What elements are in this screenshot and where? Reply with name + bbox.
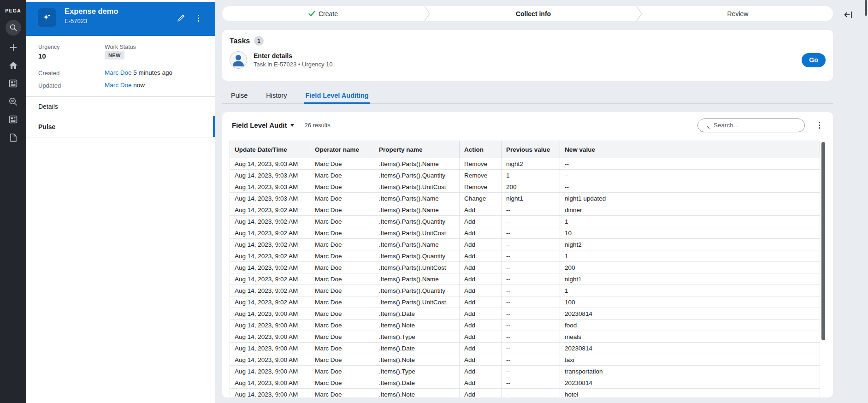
column-header[interactable]: Update Date/Time	[230, 141, 310, 158]
tab-pulse-label: Pulse	[231, 92, 248, 99]
cell-action: Add	[460, 377, 502, 389]
table-row: Aug 14, 2023, 9:02 AM Marc Doe .Items().…	[230, 227, 820, 239]
tab-history-label: History	[266, 92, 287, 99]
cell-property-name: .Items().Parts().Name	[374, 158, 460, 170]
go-button[interactable]: Go	[802, 53, 826, 67]
cell-new-value: night2	[560, 239, 820, 250]
cell-action: Add	[460, 227, 502, 239]
home-icon[interactable]	[5, 59, 22, 71]
table-row: Aug 14, 2023, 9:02 AM Marc Doe .Items().…	[230, 250, 820, 262]
search-input[interactable]	[697, 119, 805, 132]
cell-update-datetime: Aug 14, 2023, 9:02 AM	[230, 216, 310, 227]
cell-new-value: 20230814	[560, 308, 820, 320]
cell-action: Add	[460, 389, 502, 398]
cell-previous-value: 200	[502, 181, 560, 193]
column-header[interactable]: New value	[560, 141, 820, 158]
pulse-nav-label: Pulse	[38, 123, 55, 130]
table-row: Aug 14, 2023, 9:00 AM Marc Doe .Items().…	[230, 320, 820, 331]
step-review-label: Review	[727, 10, 749, 18]
cell-property-name: .Items().Note	[374, 389, 460, 398]
cell-operator-name: Marc Doe	[310, 204, 374, 216]
table-more-actions-button[interactable]	[817, 120, 822, 130]
task-name[interactable]: Enter details	[254, 52, 332, 59]
main-content: Create Collect info Review Tasks 1	[222, 0, 833, 403]
created-user-link[interactable]: Marc Doe	[105, 69, 132, 76]
cell-previous-value: --	[502, 216, 560, 227]
tab-field-level-auditing-label: Field Level Auditing	[305, 92, 368, 99]
case-more-actions-button[interactable]	[192, 12, 204, 24]
column-header[interactable]: Action	[460, 141, 502, 158]
cell-property-name: .Items().Parts().Name	[374, 193, 460, 204]
tasks-count-badge: 1	[254, 36, 264, 46]
check-icon	[308, 11, 315, 17]
table-row: Aug 14, 2023, 9:00 AM Marc Doe .Items().…	[230, 331, 820, 343]
cell-previous-value: --	[502, 366, 560, 377]
details-nav-label: Details	[38, 103, 58, 110]
cell-new-value: 20230814	[560, 343, 820, 354]
cell-operator-name: Marc Doe	[310, 366, 374, 377]
reports-icon[interactable]	[5, 113, 22, 125]
document-icon[interactable]	[5, 131, 22, 143]
case-nav-pulse[interactable]: Pulse	[26, 116, 215, 137]
tab-field-level-auditing[interactable]: Field Level Auditing	[304, 89, 369, 104]
cell-new-value: 1	[560, 285, 820, 296]
cell-previous-value: --	[502, 262, 560, 273]
pega-case-screen: PEGA	[0, 0, 868, 403]
cell-previous-value: --	[502, 343, 560, 354]
cell-operator-name: Marc Doe	[310, 389, 374, 398]
cell-action: Add	[460, 331, 502, 343]
cell-update-datetime: Aug 14, 2023, 9:02 AM	[230, 262, 310, 273]
audit-header: Field Level Audit 26 results	[222, 112, 833, 132]
case-tabs: Pulse History Field Level Auditing	[222, 89, 833, 104]
updated-label: Updated	[38, 82, 61, 89]
created-label: Created	[38, 70, 59, 77]
cell-action: Change	[460, 193, 502, 204]
edit-case-button[interactable]	[175, 12, 187, 24]
expand-utilities-icon[interactable]	[843, 9, 854, 20]
table-row: Aug 14, 2023, 9:03 AM Marc Doe .Items().…	[230, 170, 820, 181]
sparkle-icon	[38, 8, 56, 27]
table-row: Aug 14, 2023, 9:02 AM Marc Doe .Items().…	[230, 262, 820, 273]
cell-update-datetime: Aug 14, 2023, 9:03 AM	[230, 193, 310, 204]
audit-view-dropdown[interactable]: Field Level Audit	[232, 121, 294, 129]
cell-new-value: --	[560, 170, 820, 181]
cell-new-value: 10	[560, 227, 820, 239]
cell-update-datetime: Aug 14, 2023, 9:02 AM	[230, 239, 310, 250]
cell-update-datetime: Aug 14, 2023, 9:02 AM	[230, 250, 310, 262]
search-icon[interactable]	[6, 20, 21, 36]
urgency-label: Urgency	[38, 44, 60, 50]
cell-property-name: .Items().Note	[374, 354, 460, 366]
cell-action: Add	[460, 204, 502, 216]
results-count: 26 results	[304, 122, 330, 129]
updated-user-link[interactable]: Marc Doe	[105, 82, 132, 89]
pega-logo: PEGA	[0, 0, 26, 13]
plus-icon[interactable]	[5, 41, 22, 53]
table-scrollbar-thumb[interactable]	[821, 142, 825, 340]
window-scrollbar-thumb[interactable]	[865, 0, 867, 16]
table-row: Aug 14, 2023, 9:00 AM Marc Doe .Items().…	[230, 354, 820, 366]
cell-property-name: .Items().Parts().UnitCost	[374, 262, 460, 273]
case-nav-details[interactable]: Details	[26, 97, 215, 116]
column-header[interactable]: Property name	[374, 141, 460, 158]
insights-icon[interactable]	[5, 95, 22, 107]
column-header[interactable]: Previous value	[502, 141, 560, 158]
cell-new-value: hotel	[560, 389, 820, 398]
cell-operator-name: Marc Doe	[310, 354, 374, 366]
case-title: Expense demo	[65, 7, 118, 16]
column-header[interactable]: Operator name	[310, 141, 374, 158]
tab-pulse[interactable]: Pulse	[230, 89, 248, 104]
table-row: Aug 14, 2023, 9:02 AM Marc Doe .Items().…	[230, 285, 820, 296]
cell-update-datetime: Aug 14, 2023, 9:02 AM	[230, 273, 310, 285]
case-summary-panel: Expense demo E-57023 Urgency 10 Work Sta…	[26, 0, 215, 403]
urgency-value: 10	[38, 52, 46, 60]
cell-new-value: 1	[560, 250, 820, 262]
table-row: Aug 14, 2023, 9:00 AM Marc Doe .Items().…	[230, 308, 820, 320]
cell-operator-name: Marc Doe	[310, 377, 374, 389]
created-time: 5 minutes ago	[133, 69, 172, 76]
news-icon[interactable]	[5, 77, 22, 89]
cell-action: Add	[460, 273, 502, 285]
tab-history[interactable]: History	[265, 89, 288, 104]
cell-update-datetime: Aug 14, 2023, 9:03 AM	[230, 158, 310, 170]
cell-previous-value: --	[502, 296, 560, 308]
cell-operator-name: Marc Doe	[310, 343, 374, 354]
